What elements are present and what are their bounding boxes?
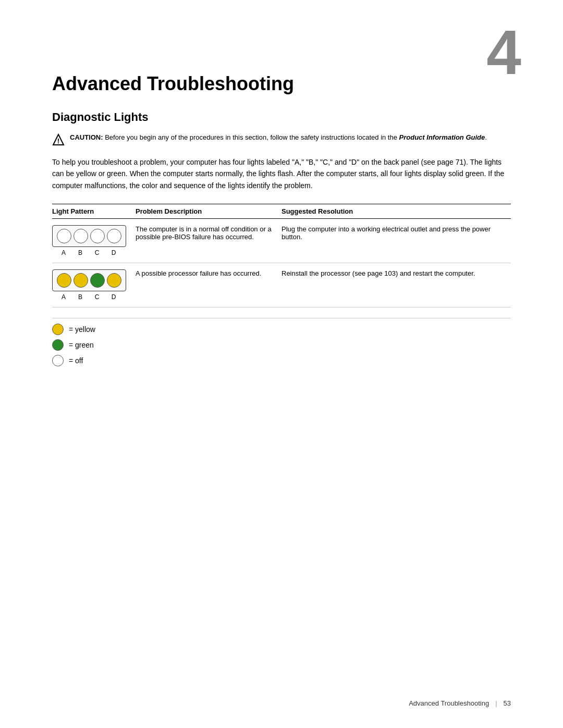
lights-labels-2: A B C D: [52, 293, 125, 301]
body-text: To help you troubleshoot a problem, your…: [52, 156, 511, 191]
chapter-title: Advanced Troubleshooting: [52, 73, 511, 95]
light-2-c: [90, 273, 105, 288]
lights-display-2: [52, 269, 126, 291]
legend-label-off: = off: [69, 356, 83, 365]
footer-page-number: 53: [504, 699, 511, 707]
table-row: A B C D The computer is in a normal off …: [52, 219, 511, 263]
col-header-problem: Problem Description: [136, 204, 282, 219]
caution-label: CAUTION:: [70, 133, 103, 141]
light-2-a: [57, 273, 71, 288]
light-2-b: [74, 273, 88, 288]
footer-divider: |: [495, 699, 497, 707]
legend-item-yellow: = yellow: [52, 324, 511, 335]
chapter-number: 4: [486, 21, 521, 83]
light-2-d: [107, 273, 121, 288]
legend-label-green: = green: [69, 341, 94, 349]
product-guide-name: Product Information Guide: [399, 133, 485, 141]
legend-circle-green: [52, 339, 64, 351]
problem-desc-2: A possible processor failure has occurre…: [136, 263, 282, 307]
diagnostic-table: Light Pattern Problem Description Sugges…: [52, 204, 511, 307]
col-header-resolution: Suggested Resolution: [282, 204, 511, 219]
resolution-2: Reinstall the processor (see page 103) a…: [282, 263, 511, 307]
legend-circle-off: [52, 355, 64, 366]
legend-label-yellow: = yellow: [69, 325, 95, 334]
light-1-a: [57, 229, 71, 243]
caution-box: ! CAUTION: Before you begin any of the p…: [52, 132, 511, 146]
svg-text:!: !: [57, 137, 59, 145]
legend-circle-yellow: [52, 324, 64, 335]
light-1-c: [90, 229, 105, 243]
page-container: 4 Advanced Troubleshooting Diagnostic Li…: [0, 0, 563, 728]
legend-section: = yellow = green = off: [52, 318, 511, 366]
light-1-b: [74, 229, 88, 243]
resolution-1: Plug the computer into a working electri…: [282, 219, 511, 263]
light-pattern-cell-1: A B C D: [52, 219, 136, 263]
col-header-light-pattern: Light Pattern: [52, 204, 136, 219]
lights-display-1: [52, 225, 126, 247]
table-row: A B C D A possible processor failure has…: [52, 263, 511, 307]
legend-item-off: = off: [52, 355, 511, 366]
footer-section-name: Advanced Troubleshooting: [409, 699, 489, 707]
legend-item-green: = green: [52, 339, 511, 351]
problem-desc-1: The computer is in a normal off conditio…: [136, 219, 282, 263]
section-title: Diagnostic Lights: [52, 110, 511, 124]
caution-text: CAUTION: Before you begin any of the pro…: [70, 132, 487, 143]
page-footer: Advanced Troubleshooting | 53: [409, 699, 511, 707]
light-1-d: [107, 229, 121, 243]
light-pattern-cell-2: A B C D: [52, 263, 136, 307]
caution-body: Before you begin any of the procedures i…: [105, 133, 487, 141]
lights-labels-1: A B C D: [52, 249, 125, 256]
warning-icon: !: [52, 133, 65, 146]
